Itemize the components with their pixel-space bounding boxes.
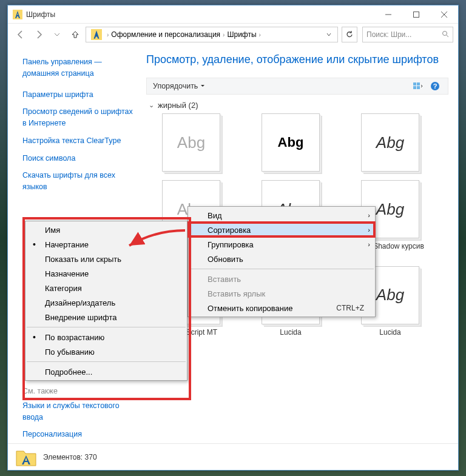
svg-rect-11 — [417, 86, 420, 89]
font-thumbnail: Abg — [162, 113, 220, 172]
ctx-separator — [27, 327, 186, 327]
refresh-button[interactable] — [342, 27, 357, 42]
sort-show-hide[interactable]: Показать или скрыть — [25, 252, 187, 266]
ctx-separator — [27, 361, 186, 362]
minimize-button[interactable] — [374, 5, 402, 24]
sort-name[interactable]: Имя — [25, 223, 187, 237]
ctx-undo-copy[interactable]: Отменить копированиеCTRL+Z — [188, 301, 375, 315]
toolbar: Упорядочить ? — [146, 78, 448, 95]
status-text: Элементов: 370 — [43, 453, 97, 461]
sort-designer[interactable]: Дизайнер/издатель — [25, 295, 187, 310]
sidebar-item[interactable]: Настройка текста ClearType — [22, 135, 137, 147]
back-button[interactable] — [13, 27, 29, 42]
window: Шрифты › Оформление и персонализация › Ш… — [7, 5, 459, 471]
sort-purpose[interactable]: Назначение — [25, 266, 187, 281]
breadcrumb-item[interactable]: Шрифты — [227, 30, 256, 39]
ctx-paste: Вставить — [188, 272, 375, 286]
ctx-view[interactable]: Вид› — [188, 208, 375, 223]
svg-text:?: ? — [433, 82, 437, 90]
sort-category[interactable]: Категория — [25, 281, 187, 295]
ctx-group[interactable]: Группировка› — [188, 237, 375, 252]
search-input[interactable]: Поиск: Шри... — [362, 27, 453, 42]
organize-button[interactable]: Упорядочить — [153, 82, 205, 90]
ctx-sort[interactable]: Сортировка› — [188, 223, 375, 237]
breadcrumb-sep: › — [259, 32, 261, 38]
statusbar: Элементов: 370 — [8, 443, 458, 470]
sort-embedding[interactable]: Внедрение шрифта — [25, 310, 187, 324]
sidebar-home[interactable]: Панель управления — домашняя страница — [22, 56, 137, 79]
sidebar-item[interactable]: Просмотр сведений о шрифтах в Интернете — [22, 106, 137, 129]
ctx-separator — [189, 269, 374, 269]
ctx-refresh[interactable]: Обновить — [188, 252, 375, 266]
sort-style[interactable]: •Начертание — [25, 237, 187, 252]
forward-button[interactable] — [31, 27, 47, 42]
help-button[interactable]: ? — [428, 79, 442, 93]
search-placeholder: Поиск: Шри... — [366, 30, 411, 39]
fonts-app-icon — [13, 10, 22, 19]
context-menu-sort: Имя •Начертание Показать или скрыть Назн… — [25, 221, 187, 381]
sort-ascending[interactable]: •По возрастанию — [25, 330, 187, 344]
seealso-item[interactable]: Персонализация — [22, 429, 137, 440]
breadcrumb-item[interactable]: Оформление и персонализация — [111, 30, 220, 39]
seealso-item[interactable]: Языки и службы текстового ввода — [22, 400, 137, 423]
group-header[interactable]: ⌄ жирный (2) — [146, 95, 448, 113]
history-dropdown[interactable] — [49, 27, 65, 42]
font-thumbnail: Abg — [262, 113, 320, 172]
navbar: › Оформление и персонализация › Шрифты ›… — [8, 24, 458, 45]
svg-rect-10 — [413, 86, 416, 89]
context-menu-main: Вид› Сортировка› Группировка› Обновить В… — [187, 206, 376, 317]
sidebar-item[interactable]: Параметры шрифта — [22, 89, 137, 101]
fonts-folder-icon — [15, 446, 37, 468]
sidebar-item[interactable]: Скачать шрифты для всех языков — [22, 170, 137, 193]
sort-descending[interactable]: По убыванию — [25, 344, 187, 359]
breadcrumb-sep: › — [223, 32, 225, 38]
sidebar-item[interactable]: Поиск символа — [22, 153, 137, 164]
maximize-button[interactable] — [402, 5, 430, 24]
ctx-paste-shortcut: Вставить ярлык — [188, 286, 375, 301]
close-button[interactable] — [430, 5, 458, 24]
font-item[interactable]: Abg — [149, 113, 234, 175]
svg-rect-8 — [413, 82, 416, 85]
svg-rect-2 — [414, 12, 419, 17]
sort-more[interactable]: Подробнее... — [25, 364, 187, 379]
titlebar: Шрифты — [8, 5, 458, 24]
svg-line-7 — [447, 35, 448, 37]
page-title: Просмотр, удаление, отображение или скры… — [146, 53, 448, 67]
breadcrumb-dropdown[interactable] — [323, 30, 335, 39]
up-button[interactable] — [67, 27, 83, 42]
chevron-down-icon: ⌄ — [149, 101, 154, 109]
seealso-label: См. также — [22, 387, 137, 395]
fonts-folder-icon — [91, 29, 102, 40]
breadcrumb-sep: › — [107, 32, 109, 38]
window-title: Шрифты — [26, 10, 374, 19]
view-options-button[interactable] — [411, 79, 425, 93]
font-thumbnail: Abg — [361, 113, 419, 172]
font-item[interactable]: Abg — [248, 113, 333, 175]
svg-point-6 — [443, 31, 447, 35]
search-icon — [442, 30, 449, 39]
font-item[interactable]: Abg — [348, 113, 433, 175]
svg-rect-9 — [417, 82, 420, 85]
breadcrumb[interactable]: › Оформление и персонализация › Шрифты › — [86, 27, 338, 42]
